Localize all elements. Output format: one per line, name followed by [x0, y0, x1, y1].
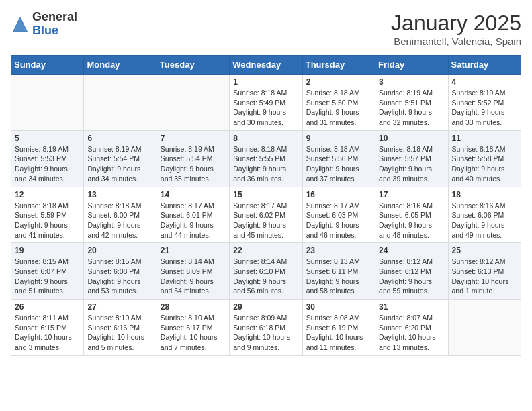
calendar-day-cell: 1Sunrise: 8:18 AM Sunset: 5:49 PM Daylig… — [230, 75, 302, 131]
calendar-day-cell: 21Sunrise: 8:14 AM Sunset: 6:09 PM Dayli… — [157, 243, 229, 300]
weekday-header: Monday — [84, 56, 157, 75]
day-number: 6 — [87, 134, 152, 143]
day-number: 5 — [15, 134, 80, 143]
month-title: January 2025 — [391, 11, 521, 36]
day-info: Sunrise: 8:18 AM Sunset: 5:50 PM Dayligh… — [306, 88, 371, 128]
logo: General Blue — [11, 11, 77, 38]
day-info: Sunrise: 8:15 AM Sunset: 6:08 PM Dayligh… — [87, 257, 152, 296]
day-number: 19 — [15, 246, 80, 255]
day-number: 27 — [87, 302, 152, 312]
day-info: Sunrise: 8:15 AM Sunset: 6:07 PM Dayligh… — [15, 257, 80, 296]
svg-marker-1 — [13, 19, 27, 31]
calendar-day-cell: 31Sunrise: 8:07 AM Sunset: 6:20 PM Dayli… — [375, 300, 448, 356]
calendar-day-cell: 16Sunrise: 8:17 AM Sunset: 6:03 PM Dayli… — [302, 187, 375, 243]
calendar-day-cell — [448, 300, 521, 356]
calendar-day-cell: 10Sunrise: 8:18 AM Sunset: 5:57 PM Dayli… — [375, 130, 448, 187]
day-info: Sunrise: 8:16 AM Sunset: 6:05 PM Dayligh… — [379, 201, 444, 240]
day-info: Sunrise: 8:07 AM Sunset: 6:20 PM Dayligh… — [379, 313, 444, 353]
calendar-day-cell: 9Sunrise: 8:18 AM Sunset: 5:56 PM Daylig… — [302, 130, 375, 187]
weekday-header-row: SundayMondayTuesdayWednesdayThursdayFrid… — [11, 56, 521, 75]
calendar-day-cell: 18Sunrise: 8:16 AM Sunset: 6:06 PM Dayli… — [448, 187, 521, 243]
calendar-day-cell: 19Sunrise: 8:15 AM Sunset: 6:07 PM Dayli… — [11, 243, 84, 300]
day-number: 9 — [306, 134, 371, 143]
day-info: Sunrise: 8:12 AM Sunset: 6:13 PM Dayligh… — [452, 257, 517, 296]
title-area: January 2025 Benimantell, Valencia, Spai… — [391, 11, 521, 47]
day-info: Sunrise: 8:19 AM Sunset: 5:52 PM Dayligh… — [452, 88, 517, 128]
day-info: Sunrise: 8:18 AM Sunset: 5:58 PM Dayligh… — [452, 144, 517, 184]
logo-blue: Blue — [32, 24, 77, 38]
calendar-week-row: 26Sunrise: 8:11 AM Sunset: 6:15 PM Dayli… — [11, 300, 521, 356]
weekday-header: Sunday — [11, 56, 84, 75]
day-info: Sunrise: 8:18 AM Sunset: 5:55 PM Dayligh… — [233, 144, 298, 184]
day-info: Sunrise: 8:18 AM Sunset: 5:56 PM Dayligh… — [306, 144, 371, 184]
day-number: 1 — [233, 77, 298, 87]
day-number: 29 — [233, 302, 298, 312]
day-number: 17 — [379, 190, 444, 199]
day-info: Sunrise: 8:17 AM Sunset: 6:03 PM Dayligh… — [306, 201, 371, 240]
calendar-day-cell: 27Sunrise: 8:10 AM Sunset: 6:16 PM Dayli… — [84, 300, 157, 356]
day-number: 2 — [306, 77, 371, 87]
calendar-day-cell: 13Sunrise: 8:18 AM Sunset: 6:00 PM Dayli… — [84, 187, 157, 243]
calendar-day-cell: 11Sunrise: 8:18 AM Sunset: 5:58 PM Dayli… — [448, 130, 521, 187]
calendar-day-cell: 6Sunrise: 8:19 AM Sunset: 5:54 PM Daylig… — [84, 130, 157, 187]
calendar-day-cell: 22Sunrise: 8:14 AM Sunset: 6:10 PM Dayli… — [230, 243, 302, 300]
day-number: 11 — [452, 134, 517, 143]
day-number: 28 — [161, 302, 226, 312]
calendar-day-cell: 14Sunrise: 8:17 AM Sunset: 6:01 PM Dayli… — [157, 187, 229, 243]
day-number: 16 — [306, 190, 371, 199]
day-number: 25 — [452, 246, 517, 255]
calendar-day-cell: 24Sunrise: 8:12 AM Sunset: 6:12 PM Dayli… — [375, 243, 448, 300]
calendar-day-cell: 3Sunrise: 8:19 AM Sunset: 5:51 PM Daylig… — [375, 75, 448, 131]
calendar-day-cell — [84, 75, 157, 131]
day-number: 20 — [87, 246, 152, 255]
day-number: 22 — [233, 246, 298, 255]
calendar-day-cell: 28Sunrise: 8:10 AM Sunset: 6:17 PM Dayli… — [157, 300, 229, 356]
calendar-day-cell: 29Sunrise: 8:09 AM Sunset: 6:18 PM Dayli… — [230, 300, 302, 356]
day-info: Sunrise: 8:19 AM Sunset: 5:54 PM Dayligh… — [87, 144, 152, 184]
weekday-header: Thursday — [302, 56, 375, 75]
weekday-header: Saturday — [448, 56, 521, 75]
day-number: 30 — [306, 302, 371, 312]
day-number: 24 — [379, 246, 444, 255]
calendar-week-row: 12Sunrise: 8:18 AM Sunset: 5:59 PM Dayli… — [11, 187, 521, 243]
calendar-day-cell: 23Sunrise: 8:13 AM Sunset: 6:11 PM Dayli… — [302, 243, 375, 300]
logo-icon — [11, 15, 30, 34]
calendar-day-cell: 2Sunrise: 8:18 AM Sunset: 5:50 PM Daylig… — [302, 75, 375, 131]
calendar-day-cell: 17Sunrise: 8:16 AM Sunset: 6:05 PM Dayli… — [375, 187, 448, 243]
day-number: 31 — [379, 302, 444, 312]
day-number: 4 — [452, 77, 517, 87]
calendar-day-cell: 26Sunrise: 8:11 AM Sunset: 6:15 PM Dayli… — [11, 300, 84, 356]
day-info: Sunrise: 8:12 AM Sunset: 6:12 PM Dayligh… — [379, 257, 444, 296]
calendar-day-cell: 15Sunrise: 8:17 AM Sunset: 6:02 PM Dayli… — [230, 187, 302, 243]
logo-general: General — [32, 11, 77, 24]
calendar-day-cell: 8Sunrise: 8:18 AM Sunset: 5:55 PM Daylig… — [230, 130, 302, 187]
weekday-header: Friday — [375, 56, 448, 75]
day-number: 15 — [233, 190, 298, 199]
day-info: Sunrise: 8:17 AM Sunset: 6:02 PM Dayligh… — [233, 201, 298, 240]
day-number: 3 — [379, 77, 444, 87]
calendar-day-cell: 20Sunrise: 8:15 AM Sunset: 6:08 PM Dayli… — [84, 243, 157, 300]
day-info: Sunrise: 8:08 AM Sunset: 6:19 PM Dayligh… — [306, 313, 371, 353]
calendar-day-cell: 4Sunrise: 8:19 AM Sunset: 5:52 PM Daylig… — [448, 75, 521, 131]
day-info: Sunrise: 8:10 AM Sunset: 6:17 PM Dayligh… — [161, 313, 226, 353]
calendar-day-cell: 7Sunrise: 8:19 AM Sunset: 5:54 PM Daylig… — [157, 130, 229, 187]
day-info: Sunrise: 8:18 AM Sunset: 5:59 PM Dayligh… — [15, 201, 80, 240]
calendar-day-cell: 25Sunrise: 8:12 AM Sunset: 6:13 PM Dayli… — [448, 243, 521, 300]
day-number: 21 — [161, 246, 226, 255]
logo-text: General Blue — [32, 11, 77, 38]
day-info: Sunrise: 8:14 AM Sunset: 6:09 PM Dayligh… — [161, 257, 226, 296]
day-info: Sunrise: 8:18 AM Sunset: 6:00 PM Dayligh… — [87, 201, 152, 240]
day-number: 13 — [87, 190, 152, 199]
day-info: Sunrise: 8:09 AM Sunset: 6:18 PM Dayligh… — [233, 313, 298, 353]
calendar-day-cell: 12Sunrise: 8:18 AM Sunset: 5:59 PM Dayli… — [11, 187, 84, 243]
day-number: 14 — [161, 190, 226, 199]
weekday-header: Wednesday — [230, 56, 302, 75]
day-number: 12 — [15, 190, 80, 199]
day-number: 23 — [306, 246, 371, 255]
day-number: 18 — [452, 190, 517, 199]
day-info: Sunrise: 8:13 AM Sunset: 6:11 PM Dayligh… — [306, 257, 371, 296]
day-info: Sunrise: 8:19 AM Sunset: 5:54 PM Dayligh… — [161, 144, 226, 184]
calendar-day-cell: 30Sunrise: 8:08 AM Sunset: 6:19 PM Dayli… — [302, 300, 375, 356]
calendar: SundayMondayTuesdayWednesdayThursdayFrid… — [11, 55, 521, 356]
day-number: 26 — [15, 302, 80, 312]
